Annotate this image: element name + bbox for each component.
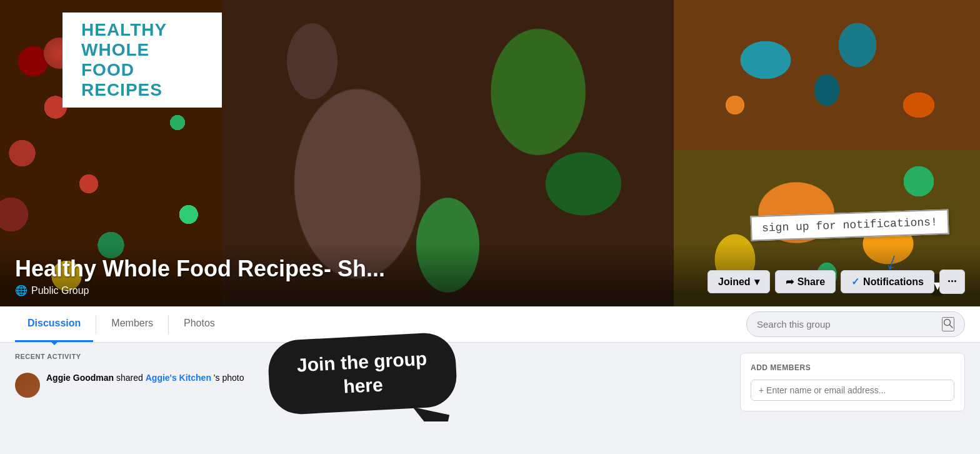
share-label: Share — [798, 276, 825, 288]
search-input[interactable] — [757, 319, 937, 330]
cover-title-box: HEALTHY WHOLE FOOD RECIPES — [62, 13, 222, 108]
tab-discussion-label: Discussion — [28, 318, 81, 328]
activity-user-name: Aggie Goodman — [46, 373, 114, 383]
tab-photos-label: Photos — [184, 318, 215, 328]
chevron-down-icon: ▾ — [754, 276, 759, 288]
member-input[interactable] — [759, 385, 946, 395]
globe-icon: 🌐 — [15, 285, 28, 296]
check-icon: ✓ — [851, 276, 859, 288]
svg-line-1 — [950, 325, 953, 328]
search-icon — [943, 318, 953, 328]
search-button[interactable] — [942, 317, 954, 331]
tab-members[interactable]: Members — [99, 306, 166, 342]
tab-active-indicator — [49, 340, 59, 345]
joined-button[interactable]: Joined ▾ — [708, 270, 770, 293]
action-buttons: Joined ▾ ➦ Share ✓ Notifications ··· — [708, 270, 965, 294]
more-button[interactable]: ··· — [939, 270, 965, 294]
nav-tabs: Discussion Members Photos — [15, 306, 228, 342]
search-box — [746, 311, 965, 337]
activity-suffix: 's photo — [214, 373, 244, 383]
add-members-card: ADD MEMBERS — [740, 353, 965, 411]
nav-bar: Discussion Members Photos — [0, 306, 980, 343]
left-column: RECENT ACTIVITY Aggie Goodman shared Agg… — [15, 353, 730, 411]
group-type-label: Public Group — [31, 285, 89, 296]
tab-discussion[interactable]: Discussion — [15, 306, 93, 342]
avatar-image — [15, 373, 40, 398]
share-arrow-icon: ➦ — [786, 276, 794, 288]
cover-photo: HEALTHY WHOLE FOOD RECIPES sign up for n… — [0, 0, 980, 306]
recent-activity-label: RECENT ACTIVITY — [15, 353, 730, 360]
activity-text: Aggie Goodman shared Aggie's Kitchen 's … — [46, 373, 244, 383]
activity-item: Aggie Goodman shared Aggie's Kitchen 's … — [15, 368, 730, 403]
avatar — [15, 373, 40, 398]
joined-label: Joined — [718, 276, 751, 288]
add-members-title: ADD MEMBERS — [751, 363, 954, 372]
main-content: RECENT ACTIVITY Aggie Goodman shared Agg… — [0, 343, 980, 421]
search-group-area — [746, 311, 965, 337]
notifications-label: Notifications — [863, 276, 924, 288]
member-input-box — [751, 380, 954, 401]
notifications-button[interactable]: ✓ Notifications — [841, 270, 934, 293]
right-column: ADD MEMBERS — [740, 353, 965, 411]
cover-title-text: HEALTHY WHOLE FOOD RECIPES — [81, 20, 203, 100]
tab-divider-2 — [168, 315, 169, 334]
tab-members-label: Members — [111, 318, 153, 328]
activity-link[interactable]: Aggie's Kitchen — [146, 373, 211, 383]
cover-right-top — [674, 0, 980, 150]
tab-divider-1 — [96, 315, 96, 334]
activity-action: shared — [116, 373, 146, 383]
share-button[interactable]: ➦ Share — [775, 270, 836, 293]
tab-photos[interactable]: Photos — [171, 306, 228, 342]
more-label: ··· — [948, 275, 957, 288]
